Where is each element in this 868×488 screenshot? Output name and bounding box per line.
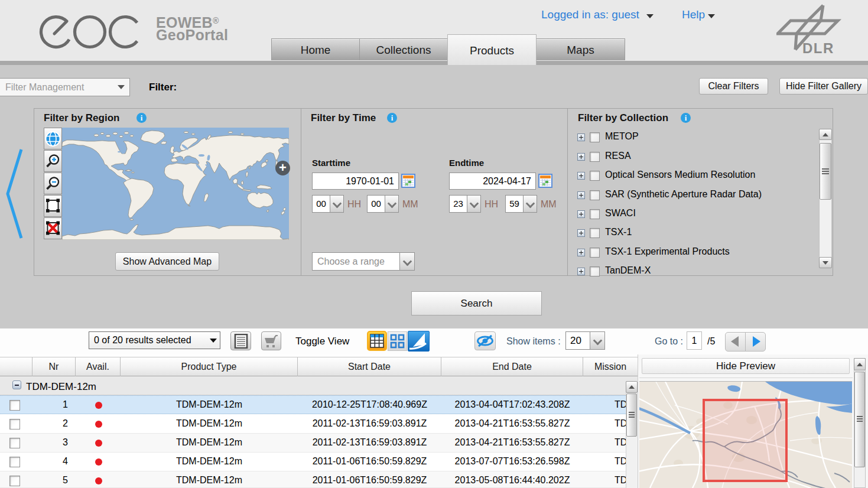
svg-text:DLR: DLR	[802, 40, 834, 56]
